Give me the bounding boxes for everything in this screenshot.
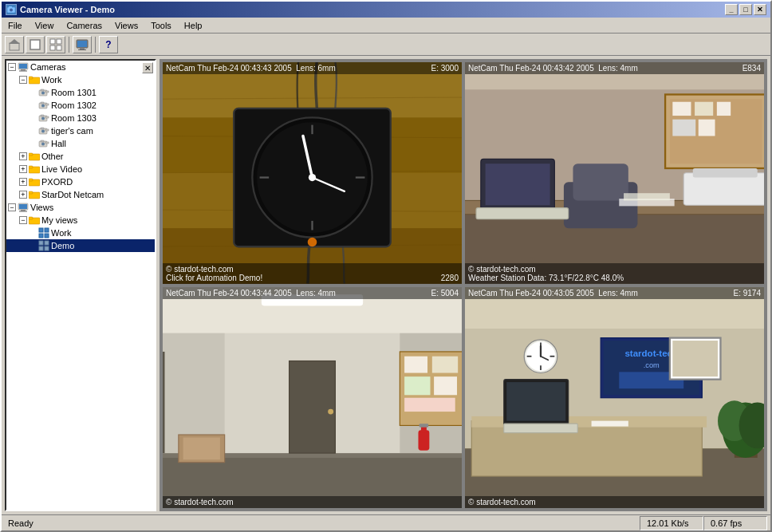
toolbar-separator2 — [95, 37, 96, 53]
main-window: Camera Viewer - Demo _ □ ✕ File View Cam… — [0, 0, 772, 532]
svg-rect-91 — [717, 102, 731, 116]
expand-cameras[interactable]: − — [8, 63, 16, 71]
toolbar-separator — [69, 37, 69, 53]
svg-point-82 — [308, 238, 317, 247]
svg-rect-13 — [78, 49, 86, 50]
camera-grid: NetCam Thu Feb-24 00:43:43 2005 Lens: 6m… — [160, 59, 767, 511]
svg-rect-97 — [683, 173, 764, 205]
svg-point-113 — [328, 408, 333, 414]
svg-rect-45 — [29, 179, 33, 181]
svg-rect-53 — [29, 217, 33, 219]
feed3-overlay: NetCam Thu Feb-24 00:43:44 2005 Lens: 4m… — [163, 287, 462, 299]
svg-rect-38 — [45, 142, 49, 144]
menu-file[interactable]: File — [2, 19, 29, 32]
feed2-id: E834 — [742, 64, 761, 73]
tree-node-myviews[interactable]: − My views — [6, 214, 155, 227]
feed3-bottom: © stardot-tech.com — [163, 496, 462, 508]
svg-rect-93 — [699, 120, 715, 136]
tree-node-livevideo[interactable]: + Live Video — [6, 163, 155, 175]
svg-rect-100 — [486, 164, 550, 205]
svg-marker-4 — [9, 39, 20, 44]
tree-node-room1302[interactable]: Room 1302 — [6, 99, 155, 112]
tree-node-tigers[interactable]: tiger's cam — [6, 124, 155, 137]
svg-rect-57 — [45, 234, 49, 238]
menu-view[interactable]: View — [29, 19, 61, 32]
expand-myviews[interactable]: − — [19, 216, 27, 224]
svg-rect-118 — [434, 376, 457, 395]
expand-other[interactable]: + — [19, 152, 27, 160]
svg-rect-47 — [29, 191, 33, 194]
folder-livevideo-icon — [29, 164, 40, 175]
menu-views[interactable]: Views — [108, 19, 144, 32]
tree-node-pxord[interactable]: + PXORD — [6, 175, 155, 188]
feed2-weather: Weather Station Data: 73.1°F/22.8°C 48.0… — [468, 274, 761, 282]
minimize-button[interactable]: _ — [725, 4, 738, 15]
svg-rect-26 — [45, 104, 49, 105]
feed4-overlay: NetCam Thu Feb-24 00:43:05 2005 Lens: 4m… — [465, 287, 764, 299]
expand-livevideo[interactable]: + — [19, 165, 27, 173]
livevideo-label: Live Video — [41, 164, 82, 174]
tree-close-button[interactable]: ✕ — [142, 62, 153, 73]
toolbar-help[interactable]: ? — [99, 36, 118, 53]
expand-work[interactable]: − — [19, 76, 27, 84]
camera-hall-icon — [38, 138, 49, 149]
menu-cameras[interactable]: Cameras — [60, 19, 108, 32]
tree-node-stardot[interactable]: + StarDot Netcam — [6, 188, 155, 201]
grid-work-icon — [38, 227, 49, 238]
svg-rect-101 — [476, 208, 569, 219]
svg-rect-56 — [39, 234, 43, 238]
svg-rect-11 — [77, 41, 87, 47]
title-bar: Camera Viewer - Demo _ □ ✕ — [2, 2, 770, 18]
camera-feed-3[interactable]: NetCam Thu Feb-24 00:43:44 2005 Lens: 4m… — [163, 287, 462, 509]
svg-rect-41 — [29, 153, 33, 156]
tree-panel[interactable]: ✕ − Cameras − — [5, 59, 156, 511]
svg-rect-120 — [418, 430, 429, 450]
tree-node-other[interactable]: + Other — [6, 150, 155, 163]
toolbar-home[interactable] — [5, 36, 24, 53]
feed4-copyright: © stardot-tech.com — [468, 498, 761, 506]
camera-tigers-icon — [38, 125, 49, 136]
close-button[interactable]: ✕ — [754, 4, 766, 15]
menu-tools[interactable]: Tools — [144, 19, 178, 32]
svg-rect-116 — [432, 356, 458, 372]
window-controls: _ □ ✕ — [725, 4, 766, 15]
folder-other-icon — [29, 151, 40, 162]
tree-node-room1301[interactable]: Room 1301 — [6, 86, 155, 99]
menu-bar: File View Cameras Views Tools Help — [2, 18, 770, 33]
tree-node-room1303[interactable]: Room 1303 — [6, 112, 155, 124]
expand-views[interactable]: − — [8, 203, 16, 211]
svg-rect-6 — [50, 39, 55, 44]
maximize-button[interactable]: □ — [739, 4, 752, 15]
svg-rect-19 — [29, 77, 33, 79]
feed2-overlay: NetCam Thu Feb-24 00:43:42 2005 Lens: 4m… — [465, 62, 764, 74]
tree-node-work-view[interactable]: Work — [6, 227, 155, 239]
camera-room1301-icon — [38, 87, 49, 98]
svg-point-1 — [10, 9, 13, 12]
toolbar-quad[interactable] — [46, 36, 65, 53]
camera-feed-4[interactable]: stardot-tech .com — [465, 287, 764, 509]
toolbar-screen[interactable] — [73, 36, 92, 53]
svg-rect-17 — [19, 71, 27, 72]
folder-myviews-icon — [29, 215, 40, 226]
main-content: ✕ − Cameras − — [2, 56, 770, 514]
feed4-bottom: © stardot-tech.com — [465, 496, 764, 508]
camera-feed-2[interactable]: NetCam Thu Feb-24 00:43:42 2005 Lens: 4m… — [465, 62, 764, 284]
svg-rect-27 — [41, 102, 44, 104]
menu-help[interactable]: Help — [178, 19, 209, 32]
svg-rect-58 — [39, 241, 43, 245]
tree-node-hall[interactable]: Hall — [6, 137, 155, 150]
expand-pxord[interactable]: + — [19, 178, 27, 186]
tree-node-demo-view[interactable]: Demo — [6, 239, 155, 252]
tree-node-work[interactable]: − Work — [6, 73, 155, 86]
camera-feed-1[interactable]: NetCam Thu Feb-24 00:43:43 2005 Lens: 6m… — [163, 62, 462, 284]
toolbar-single[interactable] — [26, 36, 45, 53]
feed1-overlay: NetCam Thu Feb-24 00:43:43 2005 Lens: 6m… — [163, 62, 462, 74]
tree-node-cameras[interactable]: − Cameras — [6, 61, 155, 73]
svg-rect-35 — [41, 128, 44, 129]
feed2-title: NetCam Thu Feb-24 00:43:42 2005 Lens: 4m… — [468, 64, 638, 73]
tree-node-views[interactable]: − Views — [6, 201, 155, 214]
expand-stardot[interactable]: + — [19, 191, 27, 199]
feed3-id: E: 5004 — [431, 289, 459, 298]
folder-work-icon — [29, 74, 40, 85]
svg-rect-132 — [506, 382, 565, 421]
